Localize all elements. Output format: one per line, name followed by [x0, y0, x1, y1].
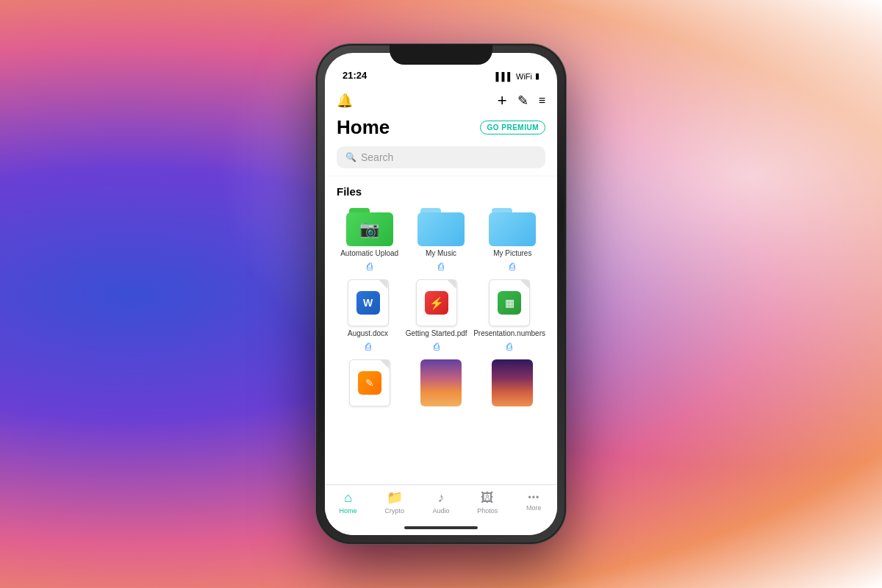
- camera-folder-icon: 📷: [346, 208, 393, 246]
- list-item[interactable]: [408, 359, 473, 406]
- tab-home[interactable]: ⌂ Home: [330, 490, 367, 514]
- home-tab-icon: ⌂: [344, 490, 352, 506]
- list-item[interactable]: My Music ⎙: [408, 208, 473, 272]
- files-section: Files 📷 Automatic Upload: [325, 176, 557, 484]
- home-indicator: [325, 520, 557, 535]
- phone-notch: [390, 44, 492, 65]
- share-icon[interactable]: ⎙: [506, 341, 512, 352]
- doc-corner: [448, 280, 456, 289]
- audio-tab-label: Audio: [432, 507, 449, 514]
- phone-shell: 21:24 ▌▌▌ WiFi ▮ 🔔 + ✎ ≡: [316, 44, 566, 544]
- phone-mockup: 21:24 ▌▌▌ WiFi ▮ 🔔 + ✎ ≡: [316, 44, 566, 544]
- pdf-doc-icon: ⚡: [416, 279, 457, 326]
- home-bar: [404, 526, 478, 529]
- app-header: 🔔 + ✎ ≡ Home GO PREMIUM 🔍 Search: [325, 85, 557, 176]
- edit-icon[interactable]: ✎: [517, 93, 528, 109]
- list-item[interactable]: ✎: [337, 359, 402, 406]
- more-tab-label: More: [526, 504, 542, 512]
- list-item[interactable]: My Pictures ⎙: [480, 208, 545, 272]
- pdf-icon: ⚡: [425, 291, 448, 315]
- camera-icon: 📷: [359, 220, 379, 239]
- list-item[interactable]: ▦ Presentation.numbers ⎙: [473, 279, 545, 352]
- tab-more[interactable]: ••• More: [515, 492, 552, 512]
- numbers-doc-icon: ▦: [489, 279, 530, 326]
- file-name: August.docx: [348, 329, 388, 338]
- signal-icon: ▌▌▌: [496, 72, 513, 81]
- orange-app-icon: ✎: [358, 371, 381, 395]
- photos-tab-icon: 🖼: [481, 490, 494, 506]
- wifi-icon: WiFi: [516, 72, 532, 81]
- documents-grid: W August.docx ⎙ ⚡: [337, 279, 545, 352]
- list-item[interactable]: [480, 359, 545, 406]
- search-placeholder: Search: [361, 151, 393, 163]
- crypto-tab-icon: 📁: [387, 490, 403, 506]
- photo-thumbnail-2: [492, 359, 533, 406]
- folder-name: My Pictures: [493, 249, 531, 258]
- photo-thumbnail-1: [420, 359, 462, 406]
- list-item[interactable]: W August.docx ⎙: [337, 279, 399, 352]
- share-icon[interactable]: ⎙: [434, 341, 440, 352]
- bell-icon[interactable]: 🔔: [337, 93, 353, 109]
- numbers-icon: ▦: [498, 291, 521, 315]
- add-icon[interactable]: +: [498, 91, 507, 110]
- music-folder-icon: [417, 208, 465, 246]
- tab-crypto[interactable]: 📁 Crypto: [376, 490, 413, 514]
- go-premium-button[interactable]: GO PREMIUM: [480, 121, 545, 135]
- word-doc-icon: W: [348, 279, 389, 326]
- header-right-icons: + ✎ ≡: [498, 91, 545, 110]
- battery-icon: ▮: [535, 71, 539, 81]
- share-icon[interactable]: ⎙: [365, 341, 371, 352]
- status-time: 21:24: [343, 70, 367, 81]
- crypto-tab-label: Crypto: [385, 507, 405, 514]
- share-icon[interactable]: ⎙: [367, 261, 373, 272]
- doc-corner: [381, 360, 390, 369]
- share-icon[interactable]: ⎙: [438, 261, 444, 272]
- folder-name: Automatic Upload: [340, 249, 398, 258]
- folders-grid: 📷 Automatic Upload ⎙: [337, 208, 545, 272]
- sort-icon[interactable]: ≡: [539, 94, 545, 107]
- tab-audio[interactable]: ♪ Audio: [423, 490, 459, 514]
- list-item[interactable]: 📷 Automatic Upload ⎙: [337, 208, 402, 272]
- phone-screen: 21:24 ▌▌▌ WiFi ▮ 🔔 + ✎ ≡: [325, 53, 557, 535]
- pictures-folder-icon: [489, 208, 536, 246]
- tab-photos[interactable]: 🖼 Photos: [469, 490, 506, 514]
- search-icon: 🔍: [345, 152, 356, 162]
- photos-tab-label: Photos: [477, 507, 498, 514]
- audio-tab-icon: ♪: [437, 490, 444, 506]
- list-item[interactable]: ⚡ Getting Started.pdf ⎙: [405, 279, 467, 352]
- header-icons-row: 🔔 + ✎ ≡: [337, 91, 545, 110]
- doc-corner: [379, 280, 388, 289]
- status-icons: ▌▌▌ WiFi ▮: [496, 71, 539, 81]
- share-icon[interactable]: ⎙: [509, 261, 515, 272]
- file-name: Getting Started.pdf: [406, 329, 467, 338]
- orange-doc-icon: ✎: [349, 359, 390, 406]
- app-content: 🔔 + ✎ ≡ Home GO PREMIUM 🔍 Search: [325, 85, 557, 484]
- tab-bar: ⌂ Home 📁 Crypto ♪ Audio 🖼 Photos •••: [325, 484, 557, 520]
- file-name: Presentation.numbers: [473, 329, 545, 338]
- word-icon: W: [356, 291, 380, 315]
- search-bar[interactable]: 🔍 Search: [337, 146, 545, 168]
- title-row: Home GO PREMIUM: [337, 116, 545, 139]
- doc-corner: [520, 280, 529, 289]
- more-tab-icon: •••: [528, 492, 540, 503]
- recent-grid: ✎: [337, 359, 545, 406]
- page-title: Home: [337, 116, 390, 139]
- files-section-title: Files: [337, 185, 545, 198]
- folder-name: My Music: [426, 249, 456, 258]
- home-tab-label: Home: [340, 507, 357, 514]
